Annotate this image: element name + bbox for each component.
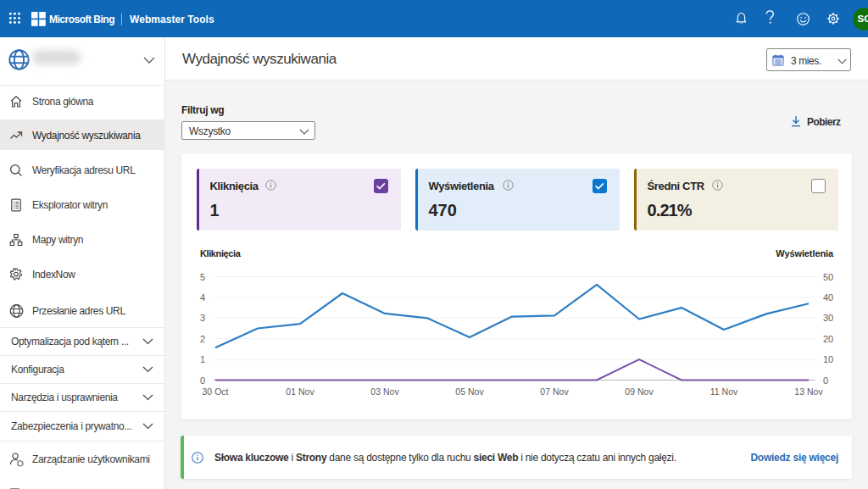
svg-text:13 Nov: 13 Nov <box>794 386 823 397</box>
svg-text:01 Nov: 01 Nov <box>286 386 314 397</box>
svg-text:0: 0 <box>823 375 828 386</box>
svg-text:Kliknięcia: Kliknięcia <box>200 248 242 258</box>
svg-text:30: 30 <box>823 313 833 323</box>
svg-text:0: 0 <box>200 375 205 386</box>
svg-text:2: 2 <box>200 334 205 344</box>
svg-text:30 Oct: 30 Oct <box>203 386 229 397</box>
svg-text:20: 20 <box>823 334 833 344</box>
svg-text:10: 10 <box>823 354 833 364</box>
svg-text:1: 1 <box>200 354 205 364</box>
svg-text:03 Nov: 03 Nov <box>370 386 399 397</box>
svg-text:40: 40 <box>823 292 833 303</box>
svg-text:09 Nov: 09 Nov <box>625 386 654 397</box>
svg-text:3: 3 <box>200 313 205 323</box>
svg-text:4: 4 <box>200 292 205 303</box>
svg-text:Wyświetlenia: Wyświetlenia <box>776 248 834 258</box>
svg-text:5: 5 <box>200 272 205 282</box>
svg-text:50: 50 <box>823 272 833 282</box>
svg-text:05 Nov: 05 Nov <box>455 386 484 397</box>
svg-text:07 Nov: 07 Nov <box>540 386 569 397</box>
svg-text:11 Nov: 11 Nov <box>710 386 738 397</box>
